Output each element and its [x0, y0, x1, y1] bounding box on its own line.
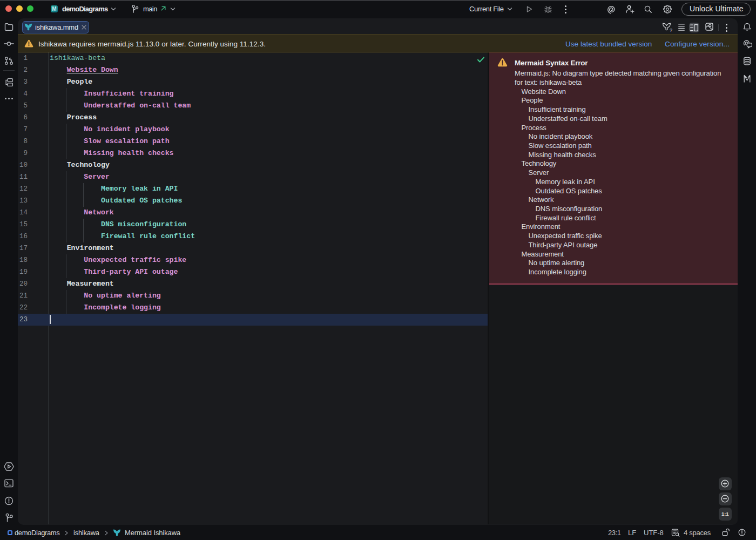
svg-text:?: ?	[670, 28, 672, 32]
